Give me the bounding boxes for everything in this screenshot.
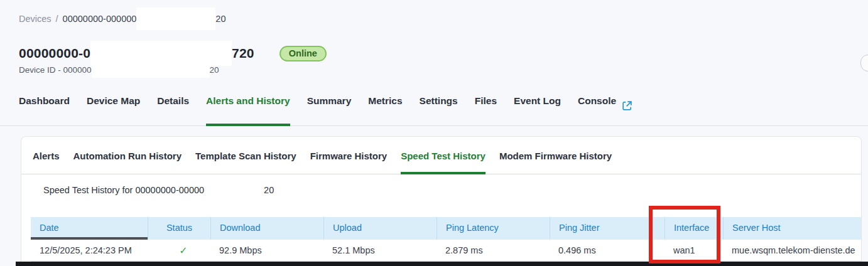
column-header-upload[interactable]: Upload xyxy=(323,217,437,240)
breadcrumb-devices-link[interactable]: Devices xyxy=(19,14,52,24)
status-ok-icon: ✓ xyxy=(148,245,210,257)
column-header-date[interactable]: Date xyxy=(31,217,148,240)
column-header-download[interactable]: Download xyxy=(210,217,323,240)
external-link-icon xyxy=(622,100,632,111)
subtab-speed-test-history[interactable]: Speed Test History xyxy=(401,151,486,174)
subtab-firmware-history[interactable]: Firmware History xyxy=(310,151,388,174)
cell-server-host: mue.wsqm.telekom-dienste.de xyxy=(723,245,861,255)
device-id-suffix: 20 xyxy=(210,65,219,75)
page-title: 00000000-0 xyxy=(19,46,90,61)
column-header-server-host[interactable]: Server Host xyxy=(723,217,861,240)
tab-files[interactable]: Files xyxy=(475,91,497,126)
column-header-interface[interactable]: Interface xyxy=(665,217,723,240)
redacted-text xyxy=(136,8,215,30)
table-caption-suffix: 20 xyxy=(264,185,274,195)
cell-date: 12/5/2025, 2:24:23 PM xyxy=(31,245,148,255)
breadcrumb-separator: / xyxy=(56,14,58,24)
subtab-modem-firmware-history[interactable]: Modem Firmware History xyxy=(499,151,612,174)
cell-download: 92.9 Mbps xyxy=(210,245,323,255)
tab-dashboard[interactable]: Dashboard xyxy=(19,91,70,126)
column-header-ping-jitter[interactable]: Ping Jitter xyxy=(550,217,665,240)
history-subtab-bar: Alerts Automation Run History Template S… xyxy=(21,137,861,174)
column-header-ping-latency[interactable]: Ping Latency xyxy=(437,217,550,240)
subtab-automation-run-history[interactable]: Automation Run History xyxy=(73,151,182,174)
tab-console-label: Console xyxy=(578,95,616,107)
horizontal-scrollbar[interactable] xyxy=(16,262,868,266)
tab-console[interactable]: Console xyxy=(578,91,632,126)
alerts-history-panel: Alerts Automation Run History Template S… xyxy=(21,136,862,266)
breadcrumb-device-id-suffix: 20 xyxy=(215,14,225,24)
table-row[interactable]: 12/5/2025, 2:24:23 PM ✓ 92.9 Mbps 52.1 M… xyxy=(31,240,861,262)
cutoff-button[interactable] xyxy=(860,55,868,72)
tab-event-log[interactable]: Event Log xyxy=(514,91,561,126)
status-badge: Online xyxy=(279,46,327,61)
tab-alerts-and-history[interactable]: Alerts and History xyxy=(206,91,290,126)
redacted-text xyxy=(92,61,210,78)
speed-test-table: Date Status Download Upload Ping Latency… xyxy=(31,217,861,262)
subtab-template-scan-history[interactable]: Template Scan History xyxy=(195,151,296,174)
device-page: Devices / 00000000-000000 20 00000000-0 … xyxy=(0,0,868,266)
cell-ping-latency: 2.879 ms xyxy=(437,245,550,255)
page-title-suffix: 720 xyxy=(232,46,254,61)
device-id-line: Device ID - 000000 20 xyxy=(19,61,219,78)
breadcrumb-device-id: 00000000-000000 xyxy=(63,14,137,24)
device-id-label: Device ID - 000000 xyxy=(19,65,92,75)
main-tab-bar: Dashboard Device Map Details Alerts and … xyxy=(0,91,868,126)
column-header-status[interactable]: Status xyxy=(148,217,210,240)
tab-details[interactable]: Details xyxy=(157,91,189,126)
subtab-alerts[interactable]: Alerts xyxy=(33,151,60,174)
tab-summary[interactable]: Summary xyxy=(307,91,352,126)
cell-ping-jitter: 0.496 ms xyxy=(550,245,665,255)
tab-device-map[interactable]: Device Map xyxy=(87,91,140,126)
table-caption-text: Speed Test History for 00000000-00000 xyxy=(43,185,204,195)
cell-upload: 52.1 Mbps xyxy=(323,245,437,255)
tab-settings[interactable]: Settings xyxy=(420,91,458,126)
table-caption: Speed Test History for 00000000-00000 20 xyxy=(21,174,861,196)
table-header-row: Date Status Download Upload Ping Latency… xyxy=(31,217,861,240)
breadcrumb: Devices / 00000000-000000 20 xyxy=(19,7,225,31)
cell-interface: wan1 xyxy=(665,245,723,255)
tab-metrics[interactable]: Metrics xyxy=(368,91,402,126)
